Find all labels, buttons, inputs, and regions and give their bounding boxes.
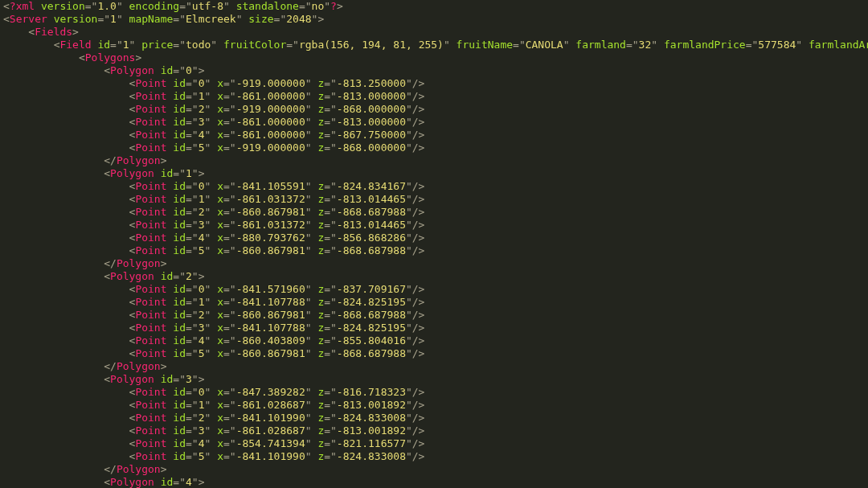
xml-source-view[interactable]: <?xml version="1.0" encoding="utf-8" sta…	[0, 0, 868, 488]
